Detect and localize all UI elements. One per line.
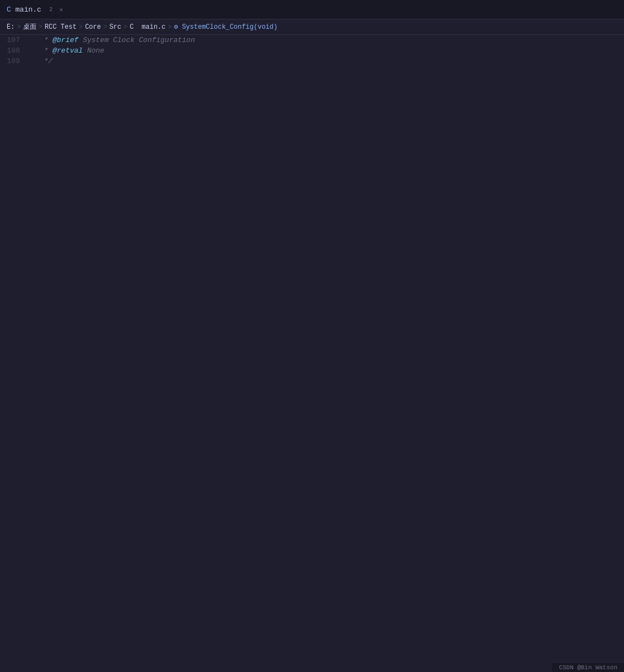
breadcrumb: E: > 桌面 > RCC Test > Core > Src > C main…: [0, 19, 624, 35]
tab-filename[interactable]: main.c: [15, 6, 41, 14]
line-number: 108: [0, 45, 29, 56]
code-line: 109 */: [0, 56, 624, 66]
line-content: */: [29, 56, 624, 66]
tab-close-button[interactable]: ✕: [59, 6, 63, 13]
tab-number: 2: [49, 6, 53, 13]
code-line: 107 * @brief System Clock Configuration: [0, 35, 624, 45]
breadcrumb-symbol[interactable]: ⚙ SystemClock_Config(void): [174, 23, 277, 31]
status-text: CSDN @Bin Watson: [559, 664, 617, 671]
breadcrumb-file[interactable]: C main.c: [129, 23, 165, 31]
line-content: * @retval None: [29, 45, 624, 56]
title-bar: C main.c 2 ✕: [0, 0, 624, 19]
line-number: 109: [0, 56, 29, 66]
breadcrumb-project[interactable]: RCC Test: [45, 23, 77, 31]
breadcrumb-core[interactable]: Core: [85, 23, 101, 31]
breadcrumb-src[interactable]: Src: [110, 23, 122, 31]
code-line: 108 * @retval None: [0, 45, 624, 56]
breadcrumb-drive[interactable]: E:: [7, 23, 14, 31]
breadcrumb-desktop[interactable]: 桌面: [23, 22, 37, 32]
file-type-icon: C: [7, 6, 11, 14]
status-bar: CSDN @Bin Watson: [552, 663, 624, 672]
line-number: 107: [0, 35, 29, 45]
code-editor: 107 * @brief System Clock Configuration1…: [0, 35, 624, 66]
line-content: * @brief System Clock Configuration: [29, 35, 624, 45]
